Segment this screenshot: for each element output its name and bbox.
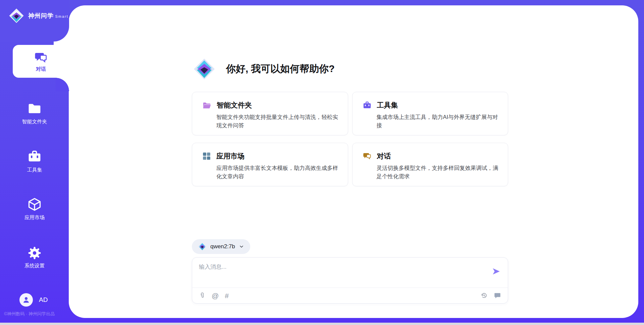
history-icon[interactable] [480, 292, 488, 299]
card-description: 智能文件夹功能支持批量文件上传与清洗，轻松实现文件问答 [216, 113, 339, 130]
topic-icon[interactable]: # [225, 292, 229, 299]
attachment-icon[interactable] [199, 292, 206, 299]
conversations-icon[interactable] [494, 292, 501, 299]
cube-icon [0, 197, 69, 212]
composer: 输入消息... @ # [192, 257, 508, 304]
sidebar-item-app-market[interactable]: 应用市场 [0, 197, 69, 221]
card-title: 智能文件夹 [217, 101, 252, 110]
greeting-title: 你好, 我可以如何帮助你? [226, 62, 335, 76]
sidebar-item-chat[interactable]: 对话 [13, 45, 69, 78]
message-input[interactable]: 输入消息... [199, 263, 488, 285]
brand: 神州问学 Smart Vision [9, 8, 84, 23]
model-name: qwen2:7b [210, 243, 235, 250]
copyright: ©神州数码 · 神州问学出品 [4, 311, 85, 317]
avatar [19, 293, 33, 307]
mention-icon[interactable]: @ [212, 292, 219, 299]
tab-fillet [56, 78, 69, 91]
sidebar-item-smart-folder[interactable]: 智能文件夹 [0, 101, 69, 125]
card-chat[interactable]: 对话 灵活切换多模型文件，支持多样回复效果调试，满足个性化需求 [352, 143, 508, 186]
card-toolbox[interactable]: 工具集 集成市场上主流工具，助力AI与外界无缝扩展与对接 [352, 92, 508, 135]
card-description: 灵活切换多模型文件，支持多样回复效果调试，满足个性化需求 [377, 164, 499, 181]
chat-icon [34, 50, 48, 64]
feature-cards: 智能文件夹 智能文件夹功能支持批量文件上传与清洗，轻松实现文件问答 工具集 集成… [192, 92, 508, 186]
user-name: AD [39, 296, 48, 304]
toolbox-icon [0, 149, 69, 164]
brand-subtitle: Smart Vision [55, 14, 84, 18]
card-app-market[interactable]: 应用市场 应用市场提供丰富长文本模板，助力高效生成多样化文章内容 [192, 143, 348, 186]
brand-name: 神州问学 [28, 12, 54, 19]
grid-icon [202, 152, 211, 160]
card-description: 集成市场上主流工具，助力AI与外界无缝扩展与对接 [377, 113, 499, 130]
card-title: 工具集 [377, 101, 398, 110]
sidebar-item-label: 系统设置 [0, 263, 69, 269]
folder-icon [202, 101, 211, 110]
sidebar-item-label: 对话 [36, 66, 46, 72]
sidebar-item-label: 应用市场 [0, 214, 69, 221]
sidebar-item-toolbox[interactable]: 工具集 [0, 149, 69, 173]
card-title: 应用市场 [216, 151, 245, 161]
composer-toolbar: @ # [199, 288, 501, 303]
sidebar-item-label: 工具集 [0, 167, 69, 173]
card-title: 对话 [377, 151, 391, 161]
brand-logo-icon [9, 8, 24, 23]
assistant-logo-icon [193, 58, 215, 80]
send-icon[interactable] [492, 267, 500, 276]
message-placeholder: 输入消息... [199, 264, 226, 270]
user-profile[interactable]: AD [19, 293, 48, 307]
greeting: 你好, 我可以如何帮助你? [193, 55, 335, 83]
model-selector[interactable]: qwen2:7b [192, 239, 250, 254]
card-description: 应用市场提供丰富长文本模板，助力高效生成多样化文章内容 [216, 164, 339, 181]
toolbox-icon [363, 101, 372, 110]
folder-icon [0, 101, 69, 116]
sidebar-item-settings[interactable]: 系统设置 [0, 246, 69, 269]
card-smart-folder[interactable]: 智能文件夹 智能文件夹功能支持批量文件上传与清洗，轻松实现文件问答 [192, 92, 348, 135]
gear-icon [0, 246, 69, 260]
chat-icon [363, 152, 372, 161]
sidebar-item-label: 智能文件夹 [0, 119, 69, 125]
chevron-down-icon [239, 244, 244, 249]
model-logo-icon [198, 242, 207, 251]
